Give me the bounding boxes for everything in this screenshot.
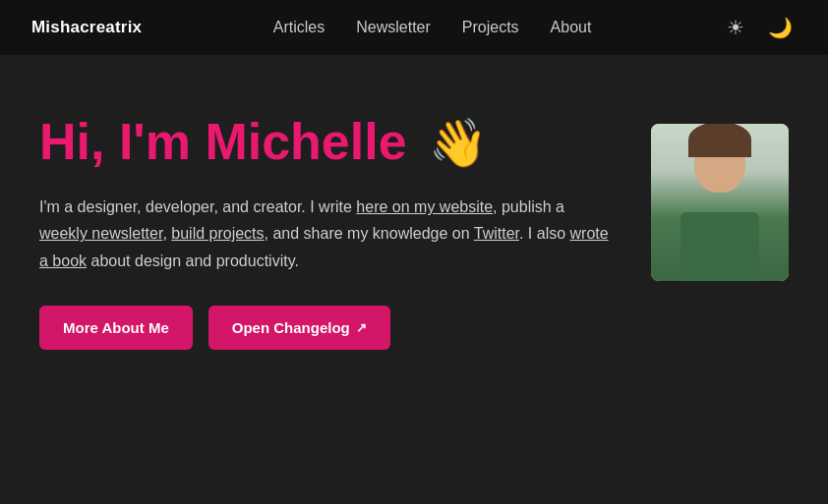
- nav-item-articles[interactable]: Articles: [273, 15, 325, 40]
- link-website[interactable]: here on my website: [356, 198, 493, 215]
- hero-text-block: Hi, I'm Michelle 👋 I'm a designer, devel…: [39, 114, 610, 350]
- hero-profile-image: [651, 124, 789, 281]
- nav-item-projects[interactable]: Projects: [462, 15, 519, 40]
- link-twitter[interactable]: Twitter: [474, 225, 519, 242]
- photo-background: [651, 124, 789, 281]
- nav-icon-group: ☀ 🌙: [723, 12, 797, 43]
- link-projects[interactable]: build projects: [171, 225, 264, 242]
- hero-body: I'm a designer, developer, and creator. …: [39, 194, 610, 274]
- light-mode-button[interactable]: ☀: [723, 12, 748, 43]
- nav-link-newsletter[interactable]: Newsletter: [356, 19, 431, 35]
- nav-link-about[interactable]: About: [551, 19, 592, 35]
- hero-title-text: Hi, I'm Michelle: [39, 113, 407, 170]
- more-about-me-button[interactable]: More About Me: [39, 306, 193, 350]
- nav-link-articles[interactable]: Articles: [273, 19, 325, 35]
- link-newsletter[interactable]: weekly newsletter: [39, 225, 162, 242]
- hero-title: Hi, I'm Michelle 👋: [39, 114, 610, 170]
- wave-emoji: 👋: [429, 118, 488, 170]
- moon-icon: 🌙: [768, 16, 793, 39]
- open-changelog-button[interactable]: Open Changelog ↗: [208, 306, 390, 350]
- changelog-label: Open Changelog: [232, 319, 350, 336]
- nav-link-projects[interactable]: Projects: [462, 19, 519, 35]
- sun-icon: ☀: [727, 16, 744, 39]
- hero-buttons: More About Me Open Changelog ↗: [39, 306, 610, 350]
- photo-face: [694, 134, 745, 193]
- navbar: Mishacreatrix Articles Newsletter Projec…: [0, 0, 828, 55]
- body-text-3: ,: [162, 225, 171, 242]
- hero-image-inner: [651, 124, 789, 281]
- nav-item-newsletter[interactable]: Newsletter: [356, 15, 431, 40]
- photo-shirt: [680, 212, 759, 281]
- site-logo[interactable]: Mishacreatrix: [31, 14, 142, 40]
- nav-links: Articles Newsletter Projects About: [273, 15, 592, 40]
- body-text-1: I'm a designer, developer, and creator. …: [39, 198, 356, 215]
- body-text-2: , publish a: [493, 198, 564, 215]
- hero-section: Hi, I'm Michelle 👋 I'm a designer, devel…: [0, 55, 828, 389]
- body-text-6: about design and productivity.: [87, 252, 299, 269]
- nav-item-about[interactable]: About: [551, 15, 592, 40]
- body-text-5: . I also: [519, 225, 570, 242]
- body-text-4: , and share my knowledge on: [265, 225, 474, 242]
- dark-mode-button[interactable]: 🌙: [764, 12, 797, 43]
- external-link-icon: ↗: [356, 320, 367, 335]
